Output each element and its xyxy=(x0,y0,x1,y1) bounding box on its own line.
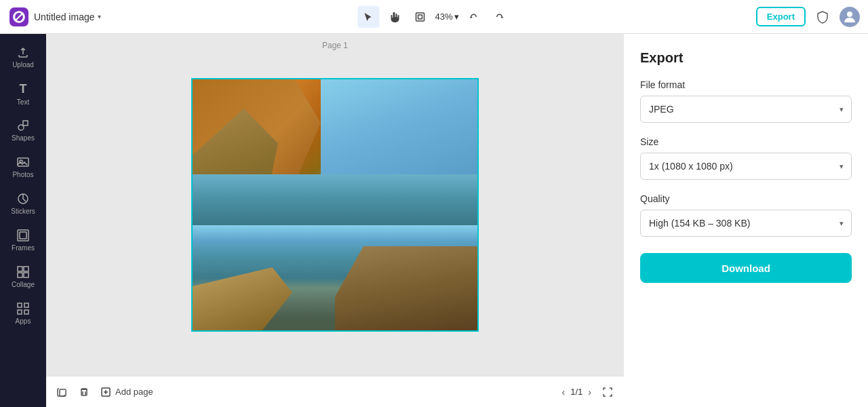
export-panel-title: Export xyxy=(640,50,852,66)
zoom-control[interactable]: 43% ▾ xyxy=(435,12,458,22)
export-button[interactable]: Export xyxy=(756,7,806,26)
water-top xyxy=(193,174,477,225)
sidebar-item-photos-label: Photos xyxy=(12,171,33,178)
quality-label: Quality xyxy=(640,193,852,204)
text-icon: T xyxy=(20,82,27,96)
canvas-content[interactable]: Page 1 xyxy=(46,34,624,376)
file-name: Untitled image xyxy=(34,12,95,22)
svg-rect-16 xyxy=(24,303,28,307)
svg-rect-1 xyxy=(416,13,424,21)
svg-point-3 xyxy=(847,12,852,17)
prev-page-button[interactable]: ‹ xyxy=(562,387,566,398)
rock-br xyxy=(335,246,477,330)
sidebar-item-text-label: Text xyxy=(17,98,29,106)
redo-button[interactable] xyxy=(489,6,511,28)
add-page-label: Add page xyxy=(115,387,153,397)
quality-wrapper: High (154 KB – 308 KB) Medium (80 KB – 1… xyxy=(640,210,852,237)
file-format-label: File format xyxy=(640,79,852,90)
export-panel: Export File format JPEG PNG PDF SVG GIF … xyxy=(624,34,868,407)
zoom-chevron: ▾ xyxy=(454,12,459,22)
sky xyxy=(321,79,477,174)
svg-rect-17 xyxy=(18,310,22,314)
canva-logo[interactable] xyxy=(8,6,30,28)
file-name-area[interactable]: Untitled image ▾ xyxy=(34,12,101,22)
copy-page-button[interactable] xyxy=(57,387,68,398)
next-page-button[interactable]: › xyxy=(588,387,591,398)
sidebar-item-photos[interactable]: Photos xyxy=(4,149,42,185)
svg-rect-14 xyxy=(24,273,28,277)
main-content: Upload T Text Shapes Photos Stickers Fra… xyxy=(0,34,868,407)
topbar: Untitled image ▾ 43% ▾ Export xyxy=(0,0,868,34)
size-label: Size xyxy=(640,136,852,147)
size-select[interactable]: 1x (1080 x 1080 px) 2x (2160 x 2160 px) … xyxy=(640,153,852,180)
shield-button[interactable] xyxy=(812,7,833,27)
file-format-select[interactable]: JPEG PNG PDF SVG GIF MP4 xyxy=(640,96,852,123)
canvas-area: Page 1 xyxy=(46,34,624,407)
file-format-wrapper: JPEG PNG PDF SVG GIF MP4 ▾ xyxy=(640,96,852,123)
hand-tool-button[interactable] xyxy=(383,6,405,28)
canvas-image-top xyxy=(193,79,477,225)
sidebar-item-stickers-label: Stickers xyxy=(11,208,35,215)
sidebar-item-upload-label: Upload xyxy=(12,61,34,69)
expand-button[interactable] xyxy=(602,387,613,398)
svg-rect-10 xyxy=(20,232,26,239)
topbar-right: Export xyxy=(756,7,860,27)
page-label: Page 1 xyxy=(322,41,348,50)
add-page-button[interactable]: Add page xyxy=(100,387,153,398)
svg-rect-18 xyxy=(24,310,28,314)
size-section: Size 1x (1080 x 1080 px) 2x (2160 x 2160… xyxy=(640,136,852,180)
rock-bl xyxy=(193,267,292,330)
page-nav: ‹ 1/1 › xyxy=(562,387,591,398)
select-tool-button[interactable] xyxy=(357,6,379,28)
svg-rect-2 xyxy=(418,15,422,19)
sidebar-item-shapes-label: Shapes xyxy=(12,134,35,142)
delete-page-button[interactable] xyxy=(79,387,90,398)
sidebar-item-apps-label: Apps xyxy=(16,317,31,325)
svg-rect-15 xyxy=(18,303,22,307)
download-button[interactable]: Download xyxy=(640,253,852,283)
svg-rect-5 xyxy=(23,121,28,125)
file-name-chevron: ▾ xyxy=(98,13,101,20)
canvas-image[interactable] xyxy=(191,78,479,332)
quality-select[interactable]: High (154 KB – 308 KB) Medium (80 KB – 1… xyxy=(640,210,852,237)
topbar-center: 43% ▾ xyxy=(357,6,510,28)
frame-tool-button[interactable] xyxy=(409,6,431,28)
avatar[interactable] xyxy=(840,7,860,27)
sidebar-item-text[interactable]: T Text xyxy=(4,76,42,111)
sidebar-item-collage[interactable]: Collage xyxy=(4,259,42,294)
sidebar-item-frames[interactable]: Frames xyxy=(4,222,42,258)
file-format-section: File format JPEG PNG PDF SVG GIF MP4 ▾ xyxy=(640,79,852,123)
canvas-image-bottom xyxy=(193,225,477,330)
svg-rect-20 xyxy=(81,389,87,395)
sidebar-item-collage-label: Collage xyxy=(12,281,35,288)
undo-button[interactable] xyxy=(463,6,485,28)
svg-rect-13 xyxy=(18,273,22,277)
svg-rect-12 xyxy=(24,267,28,271)
sidebar-item-frames-label: Frames xyxy=(12,244,35,252)
size-wrapper: 1x (1080 x 1080 px) 2x (2160 x 2160 px) … xyxy=(640,153,852,180)
svg-rect-11 xyxy=(18,267,22,271)
sidebar: Upload T Text Shapes Photos Stickers Fra… xyxy=(0,34,46,407)
sidebar-item-shapes[interactable]: Shapes xyxy=(4,113,42,148)
page-indicator: 1/1 xyxy=(570,387,583,397)
sidebar-item-stickers[interactable]: Stickers xyxy=(4,186,42,221)
bottom-bar: Add page ‹ 1/1 › xyxy=(46,376,624,407)
sidebar-item-apps[interactable]: Apps xyxy=(4,296,42,331)
sidebar-item-upload[interactable]: Upload xyxy=(4,39,42,75)
quality-section: Quality High (154 KB – 308 KB) Medium (8… xyxy=(640,193,852,237)
zoom-value: 43% xyxy=(435,12,452,22)
